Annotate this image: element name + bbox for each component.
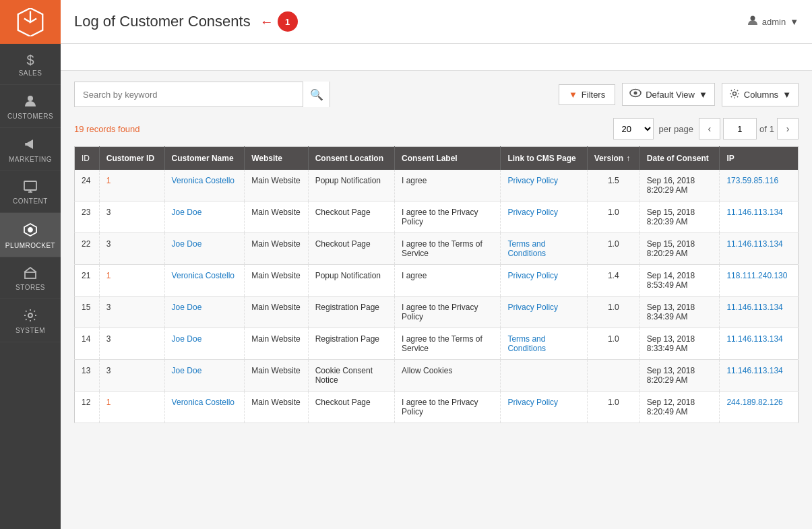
customer-name-link[interactable]: Joe Doe: [172, 208, 202, 217]
th-cname-label: Customer Name: [172, 154, 234, 163]
cell-consent-label: I agree: [395, 265, 501, 297]
prev-page-button[interactable]: ‹: [699, 118, 720, 139]
cell-date: Sep 13, 2018 8:33:49 AM: [639, 328, 720, 360]
cell-date: Sep 12, 2018 8:20:49 AM: [639, 392, 720, 423]
ip-link[interactable]: 11.146.113.134: [726, 208, 782, 217]
customer-id-link[interactable]: 1: [106, 398, 111, 407]
next-page-button[interactable]: ›: [777, 118, 799, 139]
sidebar-item-system[interactable]: SYSTEM: [0, 299, 61, 342]
cms-page-link[interactable]: Privacy Policy: [507, 398, 558, 407]
th-version[interactable]: Version ↑: [587, 147, 639, 170]
customer-name-link[interactable]: Joe Doe: [172, 334, 202, 344]
cms-page-link[interactable]: Terms and Conditions: [507, 239, 546, 258]
cms-page-link[interactable]: Privacy Policy: [507, 208, 558, 217]
filters-button[interactable]: ▼ Filters: [559, 84, 615, 105]
customer-name-link[interactable]: Veronica Costello: [172, 398, 235, 407]
cell-customer-name: Joe Doe: [164, 360, 245, 392]
cell-version: 1.0: [587, 297, 639, 328]
cell-customer-id: 1: [99, 265, 164, 297]
customer-name-link[interactable]: Joe Doe: [172, 303, 202, 312]
main-content: Log of Customer Consents ← 1 admin ▼ 🔍: [61, 0, 812, 529]
page-number-input[interactable]: [723, 118, 757, 139]
table-row: 23 3 Joe Doe Main Website Checkout Page …: [75, 201, 799, 233]
cms-page-link[interactable]: Privacy Policy: [507, 176, 558, 185]
customer-name-link[interactable]: Veronica Costello: [172, 271, 235, 280]
cell-customer-id: 1: [99, 392, 164, 423]
sidebar-item-marketing-label: MARKETING: [9, 156, 52, 164]
person-icon: [24, 94, 37, 110]
ip-link[interactable]: 173.59.85.116: [726, 176, 778, 185]
cell-ip: 11.146.113.134: [720, 360, 799, 392]
ip-link[interactable]: 11.146.113.134: [726, 366, 782, 375]
table-row: 14 3 Joe Doe Main Website Registration P…: [75, 328, 799, 360]
page-title-text: Log of Customer Consents: [74, 13, 251, 30]
columns-button[interactable]: Columns ▼: [722, 83, 799, 106]
sidebar-item-customers[interactable]: CUSTOMERS: [0, 85, 61, 128]
monitor-icon: [24, 181, 37, 195]
cell-consent-label: I agree: [395, 170, 501, 201]
cell-customer-id: 3: [99, 328, 164, 360]
per-page-dropdown[interactable]: 20 50 100 200: [614, 119, 653, 139]
th-date-of-consent: Date of Consent: [639, 147, 720, 170]
sidebar-item-sales[interactable]: $ SALES: [0, 44, 61, 85]
svg-point-6: [28, 228, 32, 232]
view-dropdown-icon: ▼: [699, 90, 708, 100]
th-clocation-label: Consent Location: [315, 154, 383, 163]
cell-version: 1.0: [587, 233, 639, 265]
customer-id-link: 3: [106, 208, 111, 217]
sidebar-item-stores[interactable]: STORES: [0, 257, 61, 299]
ip-link[interactable]: 118.111.240.130: [726, 271, 787, 280]
cell-id: 14: [75, 328, 100, 360]
cell-customer-id: 3: [99, 233, 164, 265]
customer-id-link[interactable]: 1: [106, 271, 111, 280]
cell-version: 1.0: [587, 201, 639, 233]
sidebar-item-content[interactable]: CONTENT: [0, 171, 61, 213]
ip-link[interactable]: 11.146.113.134: [726, 239, 782, 249]
ip-link[interactable]: 11.146.113.134: [726, 303, 782, 312]
cell-customer-id: 3: [99, 297, 164, 328]
customer-name-link[interactable]: Joe Doe: [172, 239, 202, 249]
svg-point-9: [750, 16, 755, 21]
cell-website: Main Website: [245, 328, 308, 360]
user-avatar-icon: [747, 15, 758, 28]
customer-id-link[interactable]: 1: [106, 176, 111, 185]
cell-consent-label: I agree to the Privacy Policy: [395, 297, 501, 328]
cell-website: Main Website: [245, 201, 308, 233]
search-button[interactable]: 🔍: [303, 82, 330, 107]
cms-page-link[interactable]: Privacy Policy: [507, 303, 558, 312]
user-name: admin: [762, 17, 786, 27]
default-view-button[interactable]: Default View ▼: [622, 83, 715, 106]
cell-customer-id: 3: [99, 360, 164, 392]
th-cid-label: Customer ID: [106, 154, 154, 163]
sidebar-item-plumrocket[interactable]: PLUMROCKET: [0, 213, 61, 257]
user-menu[interactable]: admin ▼: [747, 15, 799, 28]
page-nav: ‹ of 1 ›: [699, 118, 799, 139]
records-bar: 19 records found 20 50 100 200 per page …: [61, 114, 812, 146]
th-ip-label: IP: [726, 154, 734, 163]
cell-cms-page: Terms and Conditions: [501, 328, 587, 360]
cell-customer-name: Joe Doe: [164, 297, 245, 328]
svg-point-11: [634, 92, 637, 95]
table-row: 15 3 Joe Doe Main Website Registration P…: [75, 297, 799, 328]
arrow-icon: ←: [260, 14, 274, 30]
cell-date: Sep 15, 2018 8:20:29 AM: [639, 233, 720, 265]
page-of-text: of: [759, 124, 767, 134]
pagination: 20 50 100 200 per page ‹ of 1 ›: [613, 118, 799, 139]
customer-name-link[interactable]: Veronica Costello: [172, 176, 235, 185]
customer-name-link[interactable]: Joe Doe: [172, 366, 202, 375]
user-dropdown-icon: ▼: [790, 17, 799, 27]
cms-page-link[interactable]: Privacy Policy: [507, 271, 558, 280]
cms-page-link[interactable]: Terms and Conditions: [507, 334, 546, 353]
table-header-row: ID Customer ID Customer Name Website Con…: [75, 147, 799, 170]
search-input[interactable]: [75, 90, 303, 100]
cell-date: Sep 14, 2018 8:53:49 AM: [639, 265, 720, 297]
sidebar-item-marketing[interactable]: MARKETING: [0, 128, 61, 171]
total-pages: 1: [770, 124, 774, 134]
ip-link[interactable]: 244.189.82.126: [726, 398, 782, 407]
sidebar: $ SALES CUSTOMERS MARKETING CONTENT PLUM…: [0, 0, 61, 529]
ip-link[interactable]: 11.146.113.134: [726, 334, 782, 344]
per-page-select[interactable]: 20 50 100 200: [613, 118, 654, 139]
cell-website: Main Website: [245, 233, 308, 265]
consents-table: ID Customer ID Customer Name Website Con…: [74, 146, 799, 423]
th-clabel-label: Consent Label: [402, 154, 458, 163]
